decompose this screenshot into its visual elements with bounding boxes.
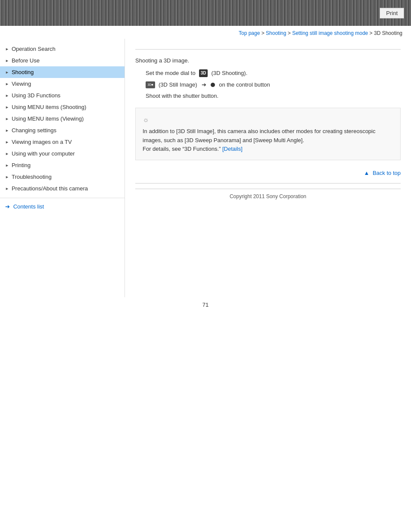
step-1: Set the mode dial to 3D (3D Shooting). <box>146 69 401 78</box>
divider <box>135 183 401 184</box>
arrow-icon: ► <box>5 187 9 191</box>
sidebar-item-label: Using 3D Functions <box>12 92 60 99</box>
header-bar: Print <box>0 0 411 26</box>
sidebar-item-label: Precautions/About this camera <box>12 185 88 192</box>
note-icon: ☼ <box>143 114 393 125</box>
step2-text: (3D Still Image) <box>159 81 197 90</box>
arrow-icon: ► <box>5 163 9 168</box>
sidebar-item-shooting[interactable]: ► Shooting <box>0 66 125 78</box>
sidebar-item-before-use[interactable]: ► Before Use <box>0 55 125 66</box>
breadcrumb-setting-still[interactable]: Setting still image shooting mode <box>292 30 368 36</box>
breadcrumb-top-page[interactable]: Top page <box>239 30 260 36</box>
note-text: In addition to [3D Still Image], this ca… <box>143 128 376 152</box>
main-layout: ► Operation Search ► Before Use ► Shooti… <box>0 39 411 297</box>
sidebar-item-label: Shooting <box>12 69 34 75</box>
content-body: Shooting a 3D image. Set the mode dial t… <box>135 56 401 178</box>
sidebar-item-label: Before Use <box>12 57 40 64</box>
arrow-icon: ► <box>5 175 9 179</box>
arrow-icon: ► <box>5 93 9 98</box>
contents-list-link[interactable]: ➔ Contents list <box>5 203 44 210</box>
sidebar-item-label: Troubleshooting <box>12 174 52 180</box>
arrow-icon: ► <box>5 140 9 144</box>
3d-badge: 3D <box>199 69 208 77</box>
sidebar-item-operation-search[interactable]: ► Operation Search <box>0 43 125 55</box>
content-intro: Shooting a 3D image. <box>135 56 401 65</box>
step1-suffix: (3D Shooting). <box>211 69 247 78</box>
triangle-up-icon: ▲ <box>364 170 369 176</box>
content-title-bar <box>135 46 401 50</box>
sidebar-item-label: Changing settings <box>12 127 56 134</box>
note-box: ☼ In addition to [3D Still Image], this … <box>135 108 401 160</box>
arrow-icon: ► <box>5 59 9 63</box>
arrow-icon: ► <box>5 47 9 51</box>
sidebar: ► Operation Search ► Before Use ► Shooti… <box>0 39 125 297</box>
still-image-icon: 3D■ <box>146 81 155 88</box>
sidebar-item-changing-settings[interactable]: ► Changing settings <box>0 124 125 136</box>
sidebar-item-using-with-computer[interactable]: ► Using with your computer <box>0 148 125 159</box>
arrow-icon: ► <box>5 117 9 121</box>
step3-text: Shoot with the shutter button. <box>146 92 218 101</box>
sidebar-item-using-3d-functions[interactable]: ► Using 3D Functions <box>0 90 125 101</box>
page-number: 71 <box>0 297 411 312</box>
back-to-top: ▲ Back to top <box>135 169 401 178</box>
sidebar-item-using-menu-viewing[interactable]: ► Using MENU items (Viewing) <box>0 113 125 124</box>
breadcrumb-current: 3D Shooting <box>374 30 402 36</box>
sidebar-item-label: Operation Search <box>12 46 56 52</box>
control-button-icon <box>211 83 215 87</box>
sidebar-item-troubleshooting[interactable]: ► Troubleshooting <box>0 171 125 183</box>
breadcrumb: Top page > Shooting > Setting still imag… <box>0 26 411 39</box>
arrow-icon: ► <box>5 82 9 86</box>
arrow-icon: ➔ <box>202 81 206 90</box>
contents-list-label: Contents list <box>13 203 44 210</box>
print-button[interactable]: Print <box>380 8 404 19</box>
step-2: 3D■ (3D Still Image) ➔ on the control bu… <box>146 81 401 90</box>
contents-arrow-icon: ➔ <box>5 203 10 210</box>
sidebar-item-label: Viewing images on a TV <box>12 139 72 145</box>
sidebar-item-viewing[interactable]: ► Viewing <box>0 78 125 90</box>
sidebar-footer: ➔ Contents list <box>0 198 125 212</box>
sidebar-item-label: Using MENU items (Shooting) <box>12 104 86 110</box>
note-details-link[interactable]: [Details] <box>222 146 243 152</box>
sidebar-item-using-menu-shooting[interactable]: ► Using MENU items (Shooting) <box>0 101 125 113</box>
arrow-icon: ► <box>5 128 9 133</box>
sidebar-item-printing[interactable]: ► Printing <box>0 159 125 171</box>
copyright: Copyright 2011 Sony Corporation <box>135 189 401 206</box>
step1-text: Set the mode dial to <box>146 69 196 78</box>
breadcrumb-shooting[interactable]: Shooting <box>266 30 286 36</box>
sidebar-item-viewing-images-tv[interactable]: ► Viewing images on a TV <box>0 136 125 148</box>
sidebar-item-label: Using with your computer <box>12 150 75 157</box>
back-to-top-link[interactable]: ▲ Back to top <box>364 170 401 176</box>
steps-block: Set the mode dial to 3D (3D Shooting). 3… <box>146 69 401 101</box>
sidebar-item-label: Viewing <box>12 81 31 87</box>
step2-suffix: on the control button <box>218 81 270 90</box>
arrow-icon: ► <box>5 70 9 75</box>
arrow-icon: ► <box>5 152 9 156</box>
back-to-top-label: Back to top <box>373 170 401 176</box>
sidebar-item-precautions[interactable]: ► Precautions/About this camera <box>0 183 125 194</box>
arrow-icon: ► <box>5 105 9 109</box>
step-3: Shoot with the shutter button. <box>146 92 401 101</box>
sidebar-item-label: Printing <box>12 162 31 168</box>
content-area: Shooting a 3D image. Set the mode dial t… <box>125 39 411 297</box>
sidebar-item-label: Using MENU items (Viewing) <box>12 115 84 122</box>
